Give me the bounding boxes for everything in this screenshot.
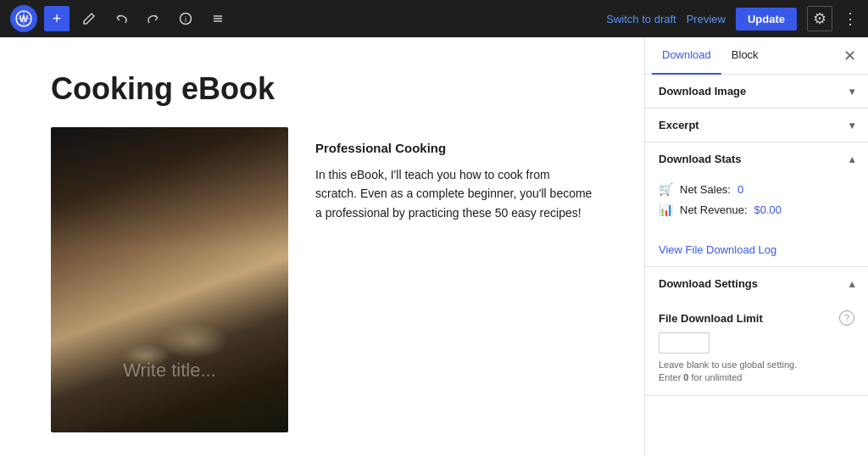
view-file-download-log-link[interactable]: View File Download Log bbox=[645, 237, 868, 266]
chevron-down-icon: ▾ bbox=[849, 86, 854, 98]
help-icon[interactable]: ? bbox=[839, 310, 854, 326]
main-layout: Cooking eBook Write title... Professiona… bbox=[0, 37, 868, 457]
update-button[interactable]: Update bbox=[736, 8, 797, 31]
file-download-limit-row: File Download Limit ? bbox=[659, 310, 854, 326]
download-stats-body: 🛒 Net Sales: 0 📊 Net Revenue: $0.00 bbox=[645, 176, 868, 237]
accordion-excerpt: Excerpt ▾ bbox=[645, 109, 868, 142]
edit-button[interactable] bbox=[76, 6, 102, 31]
accordion-download-settings-label: Download Settings bbox=[659, 277, 758, 290]
file-download-limit-hint: Leave blank to use global setting.Enter … bbox=[659, 359, 854, 385]
preview-button[interactable]: Preview bbox=[687, 13, 726, 25]
net-revenue-label: Net Revenue: bbox=[680, 203, 748, 216]
net-sales-row: 🛒 Net Sales: 0 bbox=[659, 182, 854, 196]
chevron-up-icon: ▴ bbox=[849, 153, 854, 165]
wp-logo[interactable]: W bbox=[10, 5, 37, 32]
accordion-download-stats: Download Stats ▴ 🛒 Net Sales: 0 📊 Net Re… bbox=[645, 142, 868, 267]
text-content: Professional Cooking In this eBook, I'll… bbox=[315, 127, 593, 222]
tab-download[interactable]: Download bbox=[652, 37, 721, 75]
svg-text:W: W bbox=[19, 14, 29, 24]
close-panel-button[interactable]: ✕ bbox=[837, 44, 861, 68]
accordion-download-stats-label: Download Stats bbox=[659, 153, 742, 165]
cart-icon: 🛒 bbox=[659, 182, 673, 196]
net-revenue-value[interactable]: $0.00 bbox=[754, 203, 782, 216]
editor-area: Cooking eBook Write title... Professiona… bbox=[0, 37, 644, 457]
toolbar: W + i Switch to draft Preview Update bbox=[0, 0, 868, 37]
svg-text:i: i bbox=[185, 15, 186, 24]
accordion-download-settings-header[interactable]: Download Settings ▴ bbox=[645, 267, 868, 300]
accordion-download-settings: Download Settings ▴ File Download Limit … bbox=[645, 267, 868, 396]
file-download-limit-input[interactable] bbox=[659, 332, 709, 354]
right-panel: Download Block ✕ Download Image ▾ Excerp… bbox=[644, 37, 868, 457]
switch-to-draft-button[interactable]: Switch to draft bbox=[606, 13, 676, 25]
net-sales-label: Net Sales: bbox=[680, 183, 731, 196]
accordion-excerpt-label: Excerpt bbox=[659, 119, 699, 131]
panel-tabs: Download Block ✕ bbox=[645, 37, 868, 75]
accordion-download-image-label: Download Image bbox=[659, 85, 746, 98]
net-sales-value[interactable]: 0 bbox=[737, 183, 743, 196]
page-title[interactable]: Cooking eBook bbox=[51, 71, 593, 107]
accordion-download-image: Download Image ▾ bbox=[645, 75, 868, 109]
accordion-download-image-header[interactable]: Download Image ▾ bbox=[645, 75, 868, 108]
file-download-limit-label: File Download Limit bbox=[659, 312, 763, 325]
accordion-excerpt-header[interactable]: Excerpt ▾ bbox=[645, 109, 868, 142]
list-view-button[interactable] bbox=[205, 6, 231, 31]
undo-button[interactable] bbox=[108, 6, 134, 31]
download-settings-body: File Download Limit ? Leave blank to use… bbox=[645, 300, 868, 395]
more-options-button[interactable]: ⋮ bbox=[843, 9, 858, 28]
settings-gear-button[interactable]: ⚙ bbox=[807, 6, 832, 31]
text-body: In this eBook, I'll teach you how to coo… bbox=[315, 165, 593, 222]
redo-button[interactable] bbox=[141, 6, 166, 31]
cover-image[interactable]: Write title... bbox=[51, 127, 288, 432]
chevron-up-icon-settings: ▴ bbox=[849, 278, 854, 290]
cover-image-placeholder: Write title... bbox=[51, 359, 288, 382]
add-block-button[interactable]: + bbox=[44, 6, 70, 31]
tab-block[interactable]: Block bbox=[721, 37, 769, 75]
revenue-icon: 📊 bbox=[659, 203, 673, 216]
info-button[interactable]: i bbox=[173, 6, 198, 31]
chevron-down-icon-excerpt: ▾ bbox=[849, 120, 854, 131]
text-heading: Professional Cooking bbox=[315, 141, 593, 155]
accordion-download-stats-header[interactable]: Download Stats ▴ bbox=[645, 142, 868, 176]
content-row: Write title... Professional Cooking In t… bbox=[51, 127, 593, 432]
cover-image-detail bbox=[51, 127, 288, 432]
net-revenue-row: 📊 Net Revenue: $0.00 bbox=[659, 203, 854, 216]
